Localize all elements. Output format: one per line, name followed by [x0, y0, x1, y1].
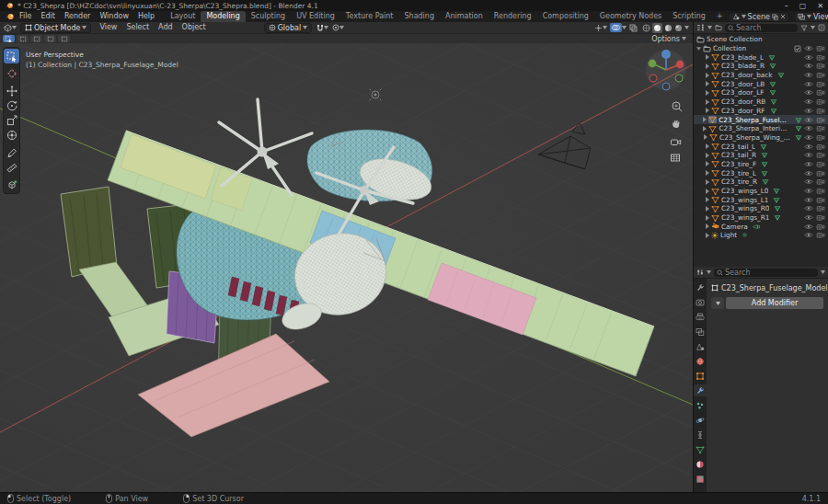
- hide-eye-icon[interactable]: [804, 223, 813, 230]
- snap-magnet-icon[interactable]: [316, 24, 324, 32]
- viewport-menu-select[interactable]: Select: [121, 22, 154, 33]
- disable-render-icon[interactable]: [816, 143, 825, 150]
- display-mode-icon[interactable]: [715, 24, 722, 31]
- outliner-editor-icon[interactable]: [696, 24, 705, 31]
- disable-render-icon[interactable]: [816, 117, 825, 123]
- hide-eye-icon[interactable]: [804, 205, 813, 212]
- outliner-item-C23_door_LB[interactable]: C23_door_LB: [694, 79, 828, 88]
- properties-search-input[interactable]: Search: [714, 269, 818, 277]
- scene-selector[interactable]: Scene: [729, 12, 789, 22]
- properties-tab-view-layer[interactable]: [694, 326, 707, 338]
- disable-render-icon[interactable]: [816, 72, 825, 78]
- expand-icon[interactable]: [696, 47, 701, 51]
- properties-tab-modifiers[interactable]: [694, 384, 707, 396]
- select-set-icon[interactable]: [17, 35, 29, 42]
- expand-icon[interactable]: [705, 108, 709, 113]
- expand-icon[interactable]: [703, 126, 707, 132]
- outliner-item-C23_Sherpa_Fuselage_Model[interactable]: C23_Sherpa_Fuselage_Model: [694, 115, 828, 124]
- disable-render-icon[interactable]: [816, 134, 825, 141]
- expand-icon[interactable]: [705, 153, 709, 158]
- disable-render-icon[interactable]: [816, 89, 825, 96]
- chevron-down-icon[interactable]: [603, 26, 607, 29]
- hide-eye-icon[interactable]: [804, 152, 813, 158]
- menu-window[interactable]: Window: [95, 11, 133, 22]
- disable-render-icon[interactable]: [816, 232, 825, 238]
- properties-tab-object-data[interactable]: [694, 443, 707, 455]
- shading-rendered-icon[interactable]: [674, 24, 683, 32]
- expand-icon[interactable]: [704, 134, 707, 140]
- minimize-button[interactable]: –: [785, 2, 788, 10]
- shading-material-icon[interactable]: [664, 24, 673, 32]
- show-overlays-icon[interactable]: [610, 23, 622, 32]
- expand-icon[interactable]: [705, 197, 709, 202]
- viewport-canvas[interactable]: User Perspective (1) Collection | C23_Sh…: [0, 43, 693, 492]
- viewport-menu-view[interactable]: View: [95, 22, 121, 33]
- disable-render-icon[interactable]: [816, 125, 825, 132]
- properties-tab-world[interactable]: [694, 355, 707, 367]
- add-modifier-button[interactable]: Add Modifier: [726, 297, 823, 309]
- workspace-tab-texture-paint[interactable]: Texture Paint: [340, 11, 399, 22]
- new-scene-icon[interactable]: [772, 14, 778, 20]
- disable-render-icon[interactable]: [816, 81, 825, 87]
- tool-annotate[interactable]: [4, 145, 19, 160]
- expand-icon[interactable]: [705, 206, 709, 212]
- hide-eye-icon[interactable]: [804, 72, 813, 78]
- gizmo-z-axis[interactable]: [661, 50, 671, 59]
- properties-tab-render[interactable]: [694, 296, 707, 308]
- camera-view-icon[interactable]: [672, 140, 681, 145]
- shading-solid-icon[interactable]: [652, 23, 662, 33]
- outliner-item-C23_door_RB[interactable]: C23_door_RB: [694, 97, 828, 107]
- orientation-gizmo[interactable]: [646, 50, 686, 90]
- tool-scale[interactable]: [4, 113, 19, 128]
- outliner-item-C23_Sherpa_Wing_Model[interactable]: C23_Sherpa_Wing_Model: [694, 133, 828, 143]
- workspace-tab-rendering[interactable]: Rendering: [489, 11, 537, 22]
- tool-rotate[interactable]: [4, 98, 19, 113]
- chevron-down-icon[interactable]: [821, 270, 825, 274]
- disable-render-icon[interactable]: [816, 98, 825, 105]
- hide-eye-icon[interactable]: [804, 134, 813, 141]
- expand-icon[interactable]: [705, 99, 709, 105]
- disable-render-icon[interactable]: [816, 170, 825, 177]
- view-layer-selector[interactable]: ViewLayer: [794, 12, 828, 22]
- chevron-down-icon[interactable]: [622, 26, 627, 29]
- outliner-item-C23_door_LF[interactable]: C23_door_LF: [694, 88, 828, 97]
- expand-icon[interactable]: [703, 117, 707, 122]
- outliner-row-scene-collection[interactable]: Scene Collection: [694, 35, 828, 44]
- maximize-button[interactable]: ▢: [799, 2, 807, 10]
- properties-tab-output[interactable]: [694, 311, 707, 323]
- disable-render-icon[interactable]: [816, 178, 825, 185]
- disable-render-icon[interactable]: [816, 188, 825, 194]
- workspace-tab-geometry-nodes[interactable]: Geometry Nodes: [594, 11, 667, 22]
- outliner-item-C23_blade_R[interactable]: C23_blade_R: [694, 62, 828, 71]
- outliner-item-C23_wings_L0[interactable]: C23_wings_L0: [694, 187, 828, 196]
- expand-icon[interactable]: [705, 73, 709, 78]
- outliner-item-C23_tail_L[interactable]: C23_tail_L: [694, 142, 828, 151]
- outliner-item-C23_tire_F[interactable]: C23_tire_F: [694, 160, 828, 169]
- hide-eye-icon[interactable]: [804, 232, 813, 238]
- disable-render-icon[interactable]: [816, 152, 825, 158]
- select-subtract-icon[interactable]: [44, 35, 56, 42]
- properties-tab-constraints[interactable]: [694, 429, 707, 441]
- workspace-tab-shading[interactable]: Shading: [398, 11, 440, 22]
- tool-cursor[interactable]: [4, 66, 19, 81]
- outliner-item-C23_wings_R1[interactable]: C23_wings_R1: [694, 213, 828, 223]
- expand-icon[interactable]: [705, 179, 709, 185]
- orientation-dropdown[interactable]: Global: [264, 23, 313, 33]
- editor-type-icon[interactable]: [4, 24, 12, 32]
- disable-render-icon[interactable]: [816, 63, 825, 69]
- workspace-tab-animation[interactable]: Animation: [440, 11, 489, 22]
- filter-icon[interactable]: [800, 25, 808, 31]
- expand-icon[interactable]: [705, 170, 709, 176]
- hide-eye-icon[interactable]: [804, 197, 813, 203]
- tool-select-box[interactable]: [4, 49, 19, 63]
- outliner-options-icon[interactable]: [818, 24, 825, 31]
- disable-render-icon[interactable]: [816, 54, 825, 61]
- tool-add-cube[interactable]: [4, 178, 19, 192]
- outliner-item-C23_Sherpa_Interior_Model[interactable]: C23_Sherpa_Interior_Model: [694, 124, 828, 133]
- add-workspace-button[interactable]: +: [711, 11, 729, 22]
- outliner-item-C23_door_RF[interactable]: C23_door_RF: [694, 107, 828, 116]
- properties-tab-scene[interactable]: [694, 340, 707, 352]
- hide-eye-icon[interactable]: [804, 178, 813, 185]
- shading-wireframe-icon[interactable]: [642, 24, 650, 32]
- checkbox-icon[interactable]: [794, 45, 801, 52]
